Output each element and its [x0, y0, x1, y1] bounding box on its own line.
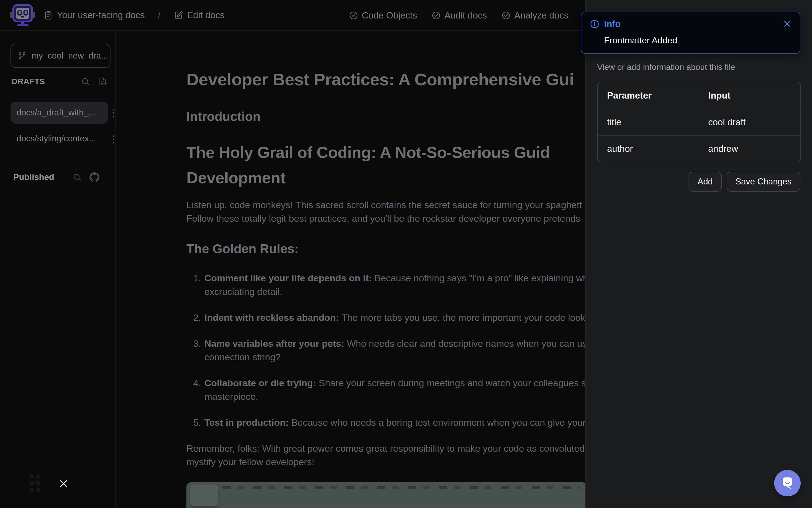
toast-message: Frontmatter Added [604, 35, 791, 46]
grid-dots-icon[interactable] [29, 474, 41, 493]
menu-item-code-objects[interactable]: Code Objects [349, 10, 417, 21]
list-number: 1. [187, 271, 204, 298]
rule-text: connection string? [204, 350, 592, 364]
sidebar: my_cool_new_dra... DRAFTS docs/a_draft_w… [0, 31, 116, 508]
column-header-input: Input [708, 90, 800, 101]
published-section-label: Published [13, 172, 65, 182]
rule-text: Who needs clear and descriptive names wh… [347, 338, 592, 349]
info-toast: Info Frontmatter Added [581, 12, 800, 54]
git-branch-icon [18, 51, 27, 60]
rule-lead: Test in production: [204, 417, 289, 428]
paragraph-line: Listen up, code monkeys! This sacred scr… [187, 198, 617, 212]
clipboard-icon [44, 10, 53, 20]
column-header-parameter: Parameter [598, 90, 708, 101]
draft-label: docs/styling/contex... [16, 134, 96, 143]
close-icon[interactable] [58, 479, 69, 489]
input-cell[interactable]: cool draft [708, 117, 800, 128]
drafts-section-label: DRAFTS [12, 77, 72, 86]
circle-check-icon [432, 11, 441, 20]
list-number: 3. [187, 337, 204, 364]
chat-bubble-icon [779, 475, 796, 492]
breadcrumb-label: Edit docs [187, 10, 225, 20]
list-number: 2. [187, 311, 204, 325]
menu-item-analyze-docs[interactable]: Analyze docs [501, 10, 568, 21]
list-number: 5. [187, 416, 204, 429]
heading-line: The Holy Grail of Coding: A Not-So-Serio… [187, 140, 617, 165]
kebab-menu-icon[interactable]: ⋮ [108, 108, 117, 118]
image-detail [222, 485, 580, 489]
menu-item-audit-docs[interactable]: Audit docs [432, 10, 487, 21]
paragraph-line: Remember, folks: With great power comes … [187, 442, 617, 455]
document-preview: Developer Best Practices: A Comprehensiv… [187, 31, 617, 508]
table-row: author andrew [598, 135, 800, 162]
embedded-screenshot-image [187, 482, 587, 508]
circle-check-icon [349, 11, 358, 20]
rule-lead: Comment like your life depends on it: [204, 273, 372, 283]
save-changes-button[interactable]: Save Changes [727, 172, 800, 192]
menu-label: Analyze docs [514, 10, 568, 21]
section-heading-golden-rules: The Golden Rules: [187, 241, 617, 256]
rule-text: The more tabs you use, the more importan… [341, 312, 593, 323]
list-item: 2. Indent with reckless abandon: The mor… [187, 311, 617, 325]
rule-text: Share your screen during meetings and wa… [319, 378, 591, 388]
toast-title: Info [604, 19, 621, 29]
info-icon [590, 19, 600, 29]
rule-lead: Indent with reckless abandon: [204, 312, 339, 323]
rule-lead: Name variables after your pets: [204, 338, 344, 349]
panel-actions: Add Save Changes [689, 172, 800, 192]
published-header: Published [13, 172, 99, 182]
list-item: 5. Test in production: Because who needs… [187, 416, 617, 429]
paragraph-line: mystify your fellow developers! [187, 455, 617, 469]
add-button[interactable]: Add [689, 172, 721, 192]
sidebar-item-draft-1[interactable]: docs/a_draft_with_... [10, 101, 108, 124]
list-item: 3. Name variables after your pets: Who n… [187, 337, 617, 364]
rule-text: Because nothing says "I'm a pro" like ex… [374, 273, 593, 283]
rule-text: masterpiece. [204, 390, 591, 404]
chat-launcher-button[interactable] [774, 470, 801, 496]
param-cell: title [598, 117, 708, 128]
paragraph-line: Follow these totally legit best practice… [187, 212, 617, 225]
draft-label: docs/a_draft_with_... [16, 108, 95, 118]
circle-check-icon [501, 11, 511, 20]
drafts-header: DRAFTS [12, 77, 108, 86]
menu-label: Audit docs [444, 10, 487, 21]
table-row: title cool draft [598, 109, 800, 135]
app-window: Your user-facing docs / Edit docs Code O… [0, 0, 812, 508]
param-cell: author [598, 143, 708, 154]
breadcrumb-your-docs[interactable]: Your user-facing docs [44, 10, 145, 20]
rule-lead: Collaborate or die trying: [204, 378, 316, 388]
panel-subtitle: View or add information about this file [597, 62, 735, 72]
breadcrumb-separator: / [158, 10, 160, 20]
image-detail [190, 484, 218, 506]
file-metadata-panel: File metadata View or add information ab… [585, 0, 812, 508]
robot-logo-icon [9, 4, 36, 27]
github-icon[interactable] [89, 172, 99, 182]
branch-name: my_cool_new_dra... [32, 51, 108, 61]
document-title: Developer Best Practices: A Comprehensiv… [187, 70, 617, 89]
breadcrumb-label: Your user-facing docs [57, 10, 145, 20]
intro-paragraph: Listen up, code monkeys! This sacred scr… [187, 198, 617, 225]
section-heading-introduction: Introduction [187, 109, 617, 124]
rule-text: excruciating detail. [204, 285, 593, 298]
golden-rules-list: 1. Comment like your life depends on it:… [187, 271, 617, 429]
input-cell[interactable]: andrew [708, 143, 800, 154]
list-number: 4. [187, 376, 204, 404]
list-item: 4. Collaborate or die trying: Share your… [187, 376, 617, 404]
closing-paragraph: Remember, folks: With great power comes … [187, 442, 617, 469]
rule-text: Because who needs a boring test environm… [291, 417, 594, 428]
kebab-menu-icon[interactable]: ⋮ [108, 134, 117, 144]
list-item: 1. Comment like your life depends on it:… [187, 271, 617, 298]
edit-icon [174, 10, 183, 20]
branch-selector-button[interactable]: my_cool_new_dra... [10, 44, 111, 68]
close-icon[interactable] [782, 19, 792, 29]
new-file-icon[interactable] [98, 77, 108, 86]
search-icon[interactable] [72, 173, 82, 182]
table-header-row: Parameter Input [598, 82, 800, 109]
metadata-table: Parameter Input title cool draft author … [597, 82, 801, 162]
menu-label: Code Objects [362, 10, 417, 21]
breadcrumb-edit-docs[interactable]: Edit docs [174, 10, 225, 20]
search-icon[interactable] [81, 77, 90, 86]
heading-line: Development [187, 165, 617, 190]
sidebar-item-draft-2[interactable]: docs/styling/contex... [10, 131, 108, 146]
section-heading-holy-grail: The Holy Grail of Coding: A Not-So-Serio… [187, 140, 617, 190]
